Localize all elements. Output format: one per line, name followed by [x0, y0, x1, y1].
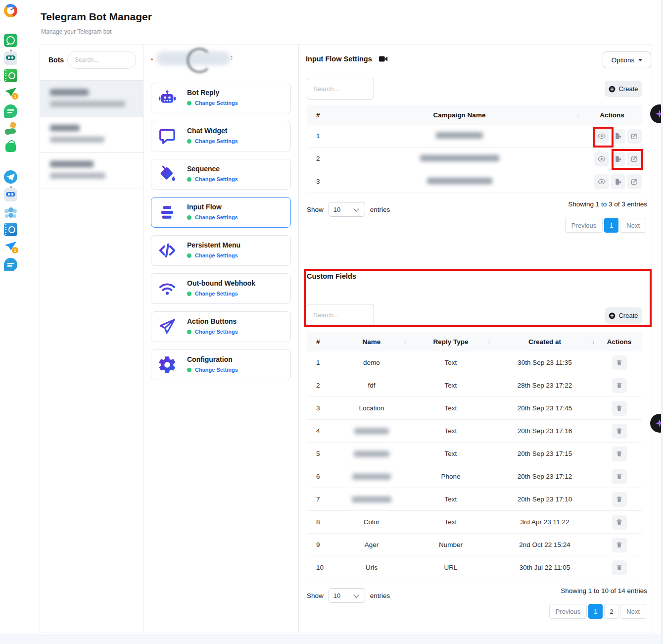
group-icon[interactable] [4, 205, 17, 219]
sort-icon[interactable]: ↑↓ [576, 112, 579, 118]
page-size-select[interactable]: 10 [329, 202, 365, 217]
bot-list-item-selected[interactable] [40, 80, 143, 117]
broadcast-green-icon[interactable] [4, 86, 17, 99]
field-name: fdf [334, 382, 409, 389]
created-at: 20th Sep 23 17:16 [493, 427, 597, 435]
entries-label: entries [370, 206, 390, 213]
settings-card-persistent-menu[interactable]: Persistent Menu Change Settings [151, 235, 291, 266]
sort-icon-active[interactable]: ↑↓ [591, 339, 594, 345]
settings-card-outbound-webhook[interactable]: Out-bound Webhook Change Settings [151, 273, 291, 304]
delete-button[interactable] [612, 378, 627, 393]
page-1-button[interactable]: 1 [604, 218, 618, 233]
delete-button[interactable] [612, 446, 627, 461]
card-title: Chat Widget [187, 127, 228, 135]
delete-button[interactable] [612, 424, 627, 439]
bots-search-input[interactable] [67, 51, 136, 69]
robot-blue-icon[interactable] [4, 188, 17, 201]
chat-blue-icon[interactable] [4, 258, 17, 271]
custom-fields-search-input[interactable] [307, 304, 374, 326]
change-settings-link[interactable]: Change Settings [195, 252, 238, 258]
view-button[interactable] [594, 129, 609, 144]
showing-status: Showing 1 to 10 of 14 entries [561, 587, 647, 594]
shop-icon[interactable] [4, 139, 17, 152]
sort-icon[interactable]: ↑↓ [403, 339, 406, 345]
paper-plane-icon [157, 317, 177, 337]
page-2-button[interactable]: 2 [604, 604, 618, 619]
change-settings-link[interactable]: Change Settings [195, 367, 238, 373]
broadcast-blue-icon[interactable] [4, 240, 17, 253]
page-1-button[interactable]: 1 [588, 604, 603, 619]
divider [143, 45, 144, 632]
delete-button[interactable] [612, 560, 627, 575]
export-button[interactable] [611, 174, 625, 189]
page-size-select[interactable]: 10 [329, 588, 365, 603]
settings-card-chat-widget[interactable]: Chat Widget Change Settings [151, 121, 291, 151]
change-settings-link[interactable]: Change Settings [195, 291, 238, 297]
whatsapp-icon[interactable] [4, 34, 17, 47]
previous-page-button[interactable]: Previous [549, 604, 587, 619]
bot-list-item[interactable] [40, 152, 143, 189]
delete-button[interactable] [612, 538, 627, 552]
change-settings-link[interactable]: Change Settings [195, 138, 238, 144]
page-size-value: 10 [333, 206, 340, 213]
export-button[interactable] [611, 129, 625, 144]
settings-card-bot-reply[interactable]: Bot Reply Change Settings [151, 83, 291, 113]
change-settings-link[interactable]: Change Settings [195, 214, 238, 220]
create-custom-field-button[interactable]: Create [605, 307, 642, 324]
view-button[interactable] [594, 151, 609, 166]
robot-icon [157, 88, 177, 108]
telegram-icon[interactable] [4, 170, 17, 184]
video-camera-icon[interactable] [379, 55, 388, 62]
create-input-flow-button[interactable]: Create [605, 81, 642, 97]
contacts-blue-icon[interactable] [4, 223, 17, 236]
delete-button[interactable] [612, 401, 627, 416]
status-dot [187, 292, 191, 296]
sort-icon[interactable]: ↑↓ [487, 339, 490, 345]
options-button[interactable]: Options [603, 51, 651, 68]
export-button[interactable] [611, 151, 625, 166]
change-settings-link[interactable]: Change Settings [195, 100, 238, 106]
contacts-green-icon[interactable] [4, 69, 17, 82]
scrollbar-track[interactable] [661, 0, 663, 644]
settings-card-configuration[interactable]: Configuration Change Settings [151, 349, 291, 380]
row-number: 9 [307, 541, 334, 548]
input-flow-search-input[interactable] [307, 78, 374, 99]
screen: Telegram Bot Manager Manage your Telegra… [0, 0, 663, 644]
identity-colon: : [231, 53, 233, 61]
created-at: 2nd Oct 22 15:24 [493, 541, 597, 548]
bot-list-item[interactable] [40, 116, 143, 153]
robot-green-icon[interactable] [4, 51, 17, 65]
settings-card-input-flow[interactable]: Input Flow Change Settings [151, 197, 291, 228]
chat-green-icon[interactable] [4, 104, 17, 118]
status-dot [187, 139, 191, 144]
delete-button[interactable] [612, 355, 627, 370]
dashboard-speedometer-icon[interactable] [4, 4, 17, 17]
change-settings-link[interactable]: Change Settings [195, 329, 238, 335]
chat-widget-icon [157, 126, 177, 146]
card-title: Bot Reply [187, 89, 219, 97]
edit-button[interactable] [627, 174, 642, 189]
integrations-icon[interactable] [4, 122, 17, 135]
delete-button[interactable] [612, 469, 627, 484]
created-at: 3rd Apr 23 11:22 [493, 518, 597, 526]
delete-button[interactable] [612, 492, 627, 507]
change-settings-link[interactable]: Change Settings [195, 176, 238, 182]
col-reply-type: Reply Type [433, 338, 468, 346]
next-page-button[interactable]: Next [620, 218, 646, 233]
custom-field-row: 7 Text 20th Sep 23 17:10 [307, 488, 642, 511]
bot-username-redacted [50, 101, 125, 107]
created-at: 20th Sep 23 17:12 [493, 473, 597, 480]
previous-page-button[interactable]: Previous [565, 218, 603, 233]
card-title: Persistent Menu [187, 241, 240, 249]
delete-button[interactable] [612, 515, 627, 530]
next-page-button[interactable]: Next [620, 604, 646, 619]
view-button[interactable] [594, 174, 609, 189]
edit-button[interactable] [627, 129, 642, 144]
settings-card-action-buttons[interactable]: Action Buttons Change Settings [151, 311, 291, 342]
settings-card-sequence[interactable]: Sequence Change Settings [151, 159, 291, 190]
edit-button[interactable] [627, 151, 642, 166]
divider [298, 45, 299, 632]
reply-type: Number [409, 541, 493, 548]
created-at: 30th Sep 23 11:35 [493, 359, 597, 366]
custom-field-row: 3 Location Text 20th Sep 23 17:45 [307, 397, 642, 420]
